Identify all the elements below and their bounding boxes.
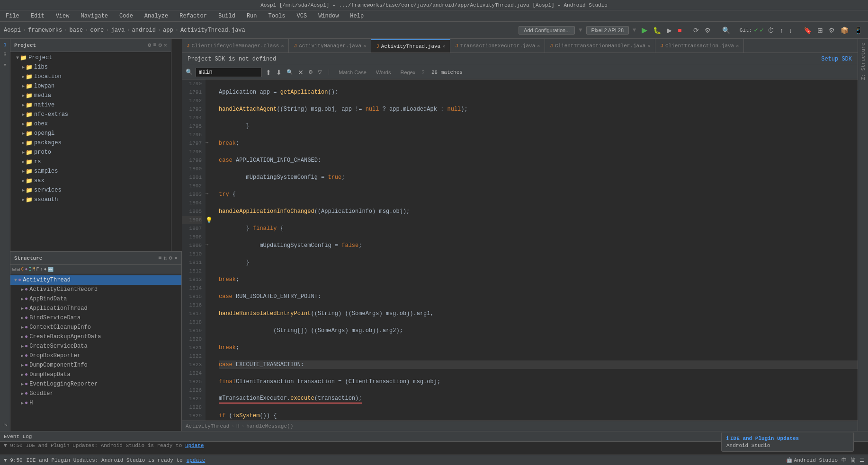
tree-item-libs[interactable]: ▶ 📁 libs: [10, 62, 171, 72]
menu-code[interactable]: Code: [117, 12, 135, 20]
tree-item-project[interactable]: ▼ 📁 Project: [10, 53, 171, 62]
tree-item-obex[interactable]: ▶ 📁 obex: [10, 119, 171, 129]
menu-run[interactable]: Run: [245, 12, 259, 20]
tree-item-native[interactable]: ▶ 📁 native: [10, 100, 171, 110]
struct-item-bindservicedata[interactable]: ▶ ● BindServiceData: [10, 313, 181, 323]
struct-item-dumpheapdata[interactable]: ▶ ● DumpHeapData: [10, 370, 181, 379]
chinese-input-indicator[interactable]: 中: [841, 456, 847, 464]
code-editor[interactable]: 1790 1791 1792 1793 1794 1795 1796 1797 …: [182, 79, 858, 421]
git-push-button[interactable]: ↑: [778, 26, 785, 35]
menu-tools[interactable]: Tools: [267, 12, 287, 20]
add-configuration-button[interactable]: Add Configuration...: [519, 26, 575, 35]
tab-clientlifecyclemanager[interactable]: J ClientLifecycleManager.class ✕: [182, 39, 289, 53]
project-close-icon[interactable]: ✕: [164, 42, 167, 49]
tab-activitythread[interactable]: J ActivityThread.java ✕: [371, 39, 450, 53]
sync-button[interactable]: ⟳: [691, 26, 701, 35]
git-history-button[interactable]: ⏱: [766, 26, 776, 35]
simplified-chinese-indicator[interactable]: 简: [850, 456, 856, 464]
avd-manager-button[interactable]: 📱: [852, 26, 864, 35]
search-filter2-button[interactable]: ▽: [317, 69, 322, 75]
bc-handlemessage[interactable]: handleMessage(): [246, 423, 293, 429]
bc-base[interactable]: base: [69, 27, 83, 34]
project-icon[interactable]: 1: [1, 41, 9, 49]
run-button[interactable]: ▶: [640, 25, 649, 35]
bottom-update-link[interactable]: update: [187, 457, 206, 463]
regex-help-icon[interactable]: ?: [421, 70, 425, 75]
bc-core[interactable]: core: [90, 27, 104, 34]
search-input[interactable]: [196, 68, 262, 77]
struct-icon4[interactable]: M: [33, 267, 36, 272]
tree-item-services[interactable]: ▶ 📁 services: [10, 185, 171, 195]
struct-icon1[interactable]: C: [21, 267, 24, 272]
menu-help[interactable]: Help: [348, 12, 366, 20]
struct-icon8[interactable]: 🔤: [48, 267, 54, 272]
device-selector[interactable]: Pixel 2 API 28: [586, 26, 629, 35]
menu-window[interactable]: Window: [316, 12, 340, 20]
git-pull-button[interactable]: ↓: [787, 26, 794, 35]
bc-activitythread[interactable]: ActivityThread: [186, 423, 229, 429]
tab-close-icon5[interactable]: ✕: [647, 43, 650, 49]
gutter-lightbulb-1806[interactable]: 💡: [206, 217, 213, 224]
bc-java[interactable]: java: [111, 27, 125, 34]
struct-icon7[interactable]: ♦: [44, 267, 47, 272]
structure-settings-icon[interactable]: ⚙: [169, 254, 172, 262]
bc-app[interactable]: app: [163, 27, 173, 34]
menu-refactor[interactable]: Refactor: [178, 12, 209, 20]
search-filter-button[interactable]: 🔍: [286, 69, 294, 75]
bc-android[interactable]: android: [132, 27, 155, 34]
search-prev-button[interactable]: ⬆: [265, 69, 272, 76]
build-button[interactable]: ⚙: [703, 26, 713, 35]
struct-icon3[interactable]: I: [29, 267, 32, 272]
struct-item-createservicedata[interactable]: ▶ ● CreateServiceData: [10, 342, 181, 351]
tab-close-icon2[interactable]: ✕: [363, 43, 366, 49]
tab-close-icon[interactable]: ✕: [281, 43, 284, 49]
tree-item-opengl[interactable]: ▶ 📁 opengl: [10, 129, 171, 138]
tab-transactionexecutor[interactable]: J TransactionExecutor.java ✕: [450, 39, 545, 53]
tree-item-samples[interactable]: ▶ 📁 samples: [10, 167, 171, 176]
tree-item-packages[interactable]: ▶ 📁 packages: [10, 138, 171, 148]
sdk-manager-button[interactable]: 📦: [839, 26, 850, 35]
menu-file[interactable]: File: [4, 12, 21, 20]
struct-icon2[interactable]: ●: [25, 267, 27, 272]
tab-close-icon4[interactable]: ✕: [537, 43, 540, 49]
run-coverage-button[interactable]: ▶: [665, 26, 674, 35]
stop-button[interactable]: ■: [676, 26, 683, 35]
menu-view[interactable]: View: [54, 12, 72, 20]
struct-expand-icon[interactable]: ⊞: [12, 266, 16, 273]
tree-item-nfc-extras[interactable]: ▶ 📁 nfc-extras: [10, 110, 171, 119]
search-everywhere-button[interactable]: 🔍: [720, 26, 732, 35]
struct-item-gcidler[interactable]: ▶ ● GcIdler: [10, 389, 181, 398]
struct-item-contextcleanupinfo[interactable]: ▶ ● ContextCleanupInfo: [10, 323, 181, 332]
layout-button[interactable]: ⊞: [815, 26, 825, 35]
tab-clienttransactionhandler[interactable]: J ClientTransactionHandler.java ✕: [545, 39, 655, 53]
tab-close-icon3[interactable]: ✕: [442, 44, 445, 49]
struct-icon6[interactable]: ↑: [40, 267, 43, 272]
struct-item-eventloggingreporter[interactable]: ▶ ● EventLoggingReporter: [10, 379, 181, 389]
tree-item-sax[interactable]: ▶ 📁 sax: [10, 176, 171, 185]
menu-icon[interactable]: ☰: [859, 457, 864, 463]
project-gear-icon[interactable]: ⚙: [148, 42, 151, 49]
match-case-button[interactable]: Match Case: [335, 69, 370, 76]
tab-activitymanager[interactable]: J ActivityManager.java ✕: [289, 39, 371, 53]
settings-button[interactable]: ⚙: [827, 26, 837, 35]
bc-frameworks[interactable]: frameworks: [28, 27, 62, 34]
right-panel-label[interactable]: Z: Structure: [859, 41, 867, 82]
struct-item-dropboxreporter[interactable]: ▶ ● DropBoxReporter: [10, 351, 181, 360]
structure-sort2-icon[interactable]: ⇅: [163, 254, 167, 262]
bc-file[interactable]: ActivityThread.java: [180, 27, 245, 34]
struct-item-h[interactable]: ▶ ● H: [10, 398, 181, 408]
menu-edit[interactable]: Edit: [29, 12, 46, 20]
tree-item-rs[interactable]: ▶ 📁 rs: [10, 157, 171, 167]
menu-build[interactable]: Build: [216, 12, 237, 20]
tab-clienttransaction[interactable]: J ClientTransaction.java ✕: [655, 39, 744, 53]
debug-button[interactable]: 🐛: [651, 26, 663, 35]
struct-icon5[interactable]: F: [36, 267, 39, 272]
favorites-icon[interactable]: ★: [1, 60, 9, 68]
struct-item-applicationthread[interactable]: ▶ ● ApplicationThread: [10, 304, 181, 313]
tree-item-ssoauth[interactable]: ▶ 📁 ssoauth: [10, 195, 171, 204]
setup-sdk-link[interactable]: Setup SDK: [821, 56, 852, 62]
regex-button[interactable]: Regex: [397, 69, 419, 76]
structure-sort-icon[interactable]: ≡: [158, 254, 161, 262]
struct-item-createbackupagentdata[interactable]: ▶ ● CreateBackupAgentData: [10, 332, 181, 342]
menu-vcs[interactable]: VCS: [295, 12, 309, 20]
